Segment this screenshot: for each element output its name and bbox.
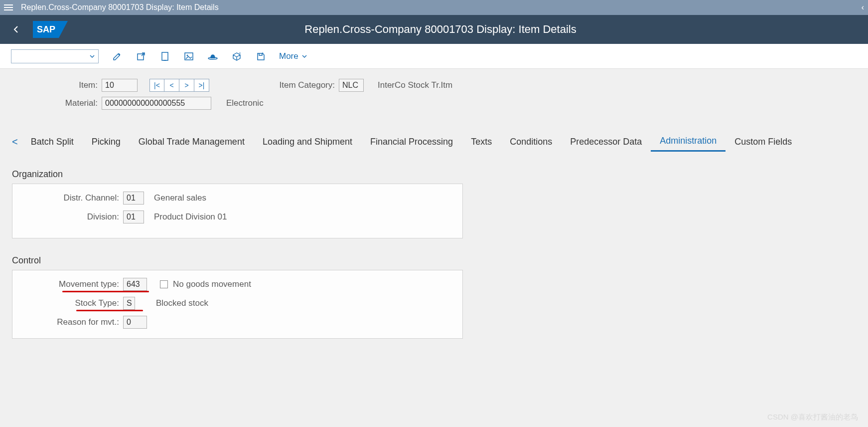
division-row: Division: Product Division 01 <box>12 210 462 224</box>
save-icon[interactable]: + <box>255 51 266 62</box>
menu-icon[interactable] <box>4 4 14 10</box>
tab-administration[interactable]: Administration <box>651 132 725 152</box>
distr-channel-row: Distr. Channel: General sales <box>12 191 462 205</box>
reason-field[interactable] <box>123 316 147 329</box>
reason-label: Reason for mvt.: <box>12 317 123 327</box>
content-area: Item: |< < > >| Item Category: InterCo S… <box>0 69 868 349</box>
movement-type-row: Movement type: No goods movement <box>12 277 462 291</box>
item-category-field[interactable] <box>339 79 364 92</box>
export-icon[interactable] <box>136 51 146 62</box>
tab-conditions[interactable]: Conditions <box>501 133 561 151</box>
page-header: SAP Replen.Cross-Company 80001703 Displa… <box>0 15 868 44</box>
package-icon[interactable]: + <box>231 51 242 62</box>
collapse-icon[interactable]: ‹ <box>862 3 864 12</box>
hat-icon[interactable] <box>207 51 218 62</box>
distr-channel-desc: General sales <box>154 193 206 203</box>
no-goods-label: No goods movement <box>173 279 251 289</box>
first-item-button[interactable]: |< <box>149 79 164 92</box>
item-category-desc: InterCo Stock Tr.Itm <box>378 80 452 90</box>
tab-custom-fields[interactable]: Custom Fields <box>725 133 801 151</box>
division-label: Division: <box>12 212 123 222</box>
reason-row: Reason for mvt.: <box>12 315 462 329</box>
toolbar-dropdown[interactable] <box>11 49 99 63</box>
stock-type-field[interactable] <box>123 297 135 310</box>
svg-text:+: + <box>262 52 264 55</box>
tab-global-trade[interactable]: Global Trade Management <box>130 133 254 151</box>
tab-batch-split[interactable]: Batch Split <box>22 133 83 151</box>
item-label: Item: <box>12 80 102 90</box>
division-field[interactable] <box>123 211 144 223</box>
tab-financial-processing[interactable]: Financial Processing <box>361 133 462 151</box>
stock-type-label: Stock Type: <box>12 298 123 308</box>
svg-text:+: + <box>239 51 241 55</box>
stock-type-row: Stock Type: Blocked stock <box>12 296 462 310</box>
control-group: Control Movement type: No goods movement… <box>12 255 463 339</box>
next-item-button[interactable]: > <box>179 79 194 92</box>
tab-picking[interactable]: Picking <box>83 133 130 151</box>
watermark: CSDN @喜欢打酱油的老鸟 <box>767 413 858 422</box>
movement-type-label: Movement type: <box>12 279 123 289</box>
image-icon[interactable] <box>183 51 194 62</box>
organization-title: Organization <box>12 169 463 180</box>
svg-text:SAP: SAP <box>37 24 55 34</box>
prev-item-button[interactable]: < <box>164 79 179 92</box>
sap-logo: SAP <box>33 21 68 38</box>
toolbar: + + More <box>0 44 868 69</box>
more-label: More <box>279 51 298 61</box>
material-desc: Electronic <box>226 98 264 108</box>
tab-predecessor-data[interactable]: Predecessor Data <box>561 133 651 151</box>
item-nav-buttons: |< < > >| <box>149 79 209 92</box>
tabs: < Batch Split Picking Global Trade Manag… <box>12 132 856 152</box>
item-row: Item: |< < > >| Item Category: InterCo S… <box>12 79 856 92</box>
division-desc: Product Division 01 <box>154 212 227 222</box>
page-title: Replen.Cross-Company 80001703 Display: I… <box>68 23 813 36</box>
no-goods-checkbox[interactable] <box>160 280 168 288</box>
item-field[interactable] <box>102 79 138 92</box>
tabs-scroll-left[interactable]: < <box>12 136 22 148</box>
control-box: Movement type: No goods movement Stock T… <box>12 270 463 339</box>
material-row: Material: Electronic <box>12 97 856 110</box>
window-title: Replen.Cross-Company 80001703 Display: I… <box>21 3 219 12</box>
svg-rect-3 <box>162 52 168 60</box>
organization-group: Organization Distr. Channel: General sal… <box>12 169 463 238</box>
annotation-underline <box>62 291 149 292</box>
organization-box: Distr. Channel: General sales Division: … <box>12 184 463 238</box>
document-icon[interactable] <box>159 51 170 62</box>
tab-texts[interactable]: Texts <box>462 133 501 151</box>
tab-loading-shipment[interactable]: Loading and Shipment <box>254 133 361 151</box>
annotation-underline <box>76 310 143 311</box>
material-field[interactable] <box>102 97 211 110</box>
distr-channel-field[interactable] <box>123 192 144 205</box>
distr-channel-label: Distr. Channel: <box>12 193 123 203</box>
item-category-label: Item Category: <box>244 80 339 90</box>
control-title: Control <box>12 255 463 266</box>
material-label: Material: <box>12 98 102 108</box>
edit-icon[interactable] <box>112 51 123 62</box>
back-button[interactable] <box>10 23 22 35</box>
movement-type-field[interactable] <box>123 278 147 291</box>
window-titlebar: Replen.Cross-Company 80001703 Display: I… <box>0 0 868 15</box>
svg-point-6 <box>187 54 188 56</box>
last-item-button[interactable]: >| <box>194 79 209 92</box>
stock-type-desc: Blocked stock <box>156 298 208 308</box>
more-button[interactable]: More <box>279 51 307 61</box>
